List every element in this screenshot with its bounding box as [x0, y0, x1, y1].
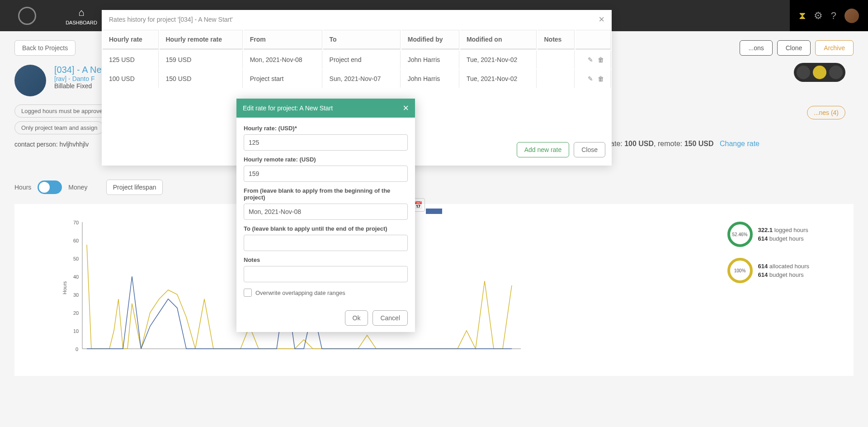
archive-button[interactable]: Archive — [815, 40, 854, 56]
tag-team: Only project team and assign — [14, 121, 104, 134]
col-actions — [576, 30, 611, 50]
svg-text:60: 60 — [73, 238, 79, 243]
stats-panel: 52.46% 322.1 logged hours 614 budget hou… — [727, 222, 809, 283]
svg-text:0: 0 — [75, 346, 78, 352]
stat-logged: 52.46% 322.1 logged hours 614 budget hou… — [727, 222, 809, 247]
to-date-input[interactable] — [244, 235, 408, 251]
back-to-projects-button[interactable]: Back to Projects — [14, 40, 75, 56]
edit-dialog-title: Edit rate for project: A New Start — [243, 104, 333, 112]
edit-dialog-footer: Ok Cancel — [236, 304, 415, 332]
col-notes: Notes — [538, 30, 574, 50]
from-date-input[interactable] — [244, 204, 408, 220]
col-to: To — [323, 30, 401, 50]
svg-text:20: 20 — [73, 310, 79, 316]
lifespan-dropdown[interactable]: Project lifespan — [106, 180, 163, 195]
col-hourly-rate: Hourly rate — [103, 30, 159, 50]
tag-approval: Logged hours must be approved — [14, 104, 113, 118]
cancel-button[interactable]: Cancel — [373, 310, 408, 326]
overwrite-checkbox[interactable] — [244, 289, 252, 297]
settings-icon[interactable]: ⚙ — [814, 10, 823, 22]
legend-logged-box — [426, 209, 442, 214]
close-icon[interactable]: × — [403, 102, 409, 114]
traffic-red[interactable] — [829, 66, 843, 79]
nav-right: ⧗ ⚙ ? — [790, 0, 868, 31]
action-buttons: ...ons Clone Archive — [740, 40, 854, 56]
edit-dialog-body: Hourly rate: (USD)* Hourly remote rate: … — [236, 118, 415, 304]
edit-icon[interactable]: ✎ — [588, 56, 593, 63]
delete-icon[interactable]: 🗑 — [598, 56, 604, 63]
hourly-rate-input[interactable] — [244, 134, 408, 151]
remote-rate-input[interactable] — [244, 166, 408, 182]
help-icon[interactable]: ? — [831, 10, 836, 22]
ok-button[interactable]: Ok — [345, 310, 368, 326]
table-row: 125 USD 159 USD Mon, 2021-Nov-08 Project… — [103, 51, 611, 69]
label-hourly-rate: Hourly rate: (USD)* — [244, 125, 408, 132]
close-icon[interactable]: × — [599, 14, 604, 25]
hours-money-toggle-row: Hours Money Project lifespan — [14, 180, 854, 195]
table-row: 100 USD 150 USD Project start Sun, 2021-… — [103, 70, 611, 88]
svg-text:10: 10 — [73, 328, 79, 334]
traffic-light — [794, 63, 845, 82]
delete-icon[interactable]: 🗑 — [598, 75, 604, 82]
change-rate-link[interactable]: Change rate — [720, 140, 760, 147]
logo-icon — [18, 7, 36, 25]
overwrite-label: Overwrite overlapping date ranges — [255, 289, 345, 296]
nav-label: DASHBOARD — [66, 20, 97, 25]
col-remote-rate: Hourly remote rate — [160, 30, 243, 50]
toggle-money-label: Money — [68, 184, 87, 191]
toggle-hours-label: Hours — [14, 184, 31, 191]
svg-text:30: 30 — [73, 292, 79, 298]
gauge-icon: ⌂ — [75, 6, 88, 19]
chart-legend — [14, 204, 854, 218]
clone-button[interactable]: Clone — [777, 40, 811, 56]
close-button[interactable]: Close — [574, 142, 605, 157]
ring-logged: 52.46% — [727, 222, 753, 247]
label-remote-rate: Hourly remote rate: (USD) — [244, 156, 408, 163]
notes-input[interactable] — [244, 266, 408, 282]
hours-money-toggle[interactable] — [38, 180, 62, 194]
stat-allocated-text: 614 allocated hours 614 budget hours — [758, 262, 809, 280]
add-new-rate-button[interactable]: Add new rate — [517, 142, 570, 157]
user-avatar[interactable] — [844, 9, 859, 23]
hourglass-icon[interactable]: ⧗ — [799, 10, 806, 22]
svg-text:40: 40 — [73, 274, 79, 280]
svg-text:70: 70 — [73, 220, 79, 225]
edit-rate-dialog: Edit rate for project: A New Start × Hou… — [236, 99, 415, 332]
col-from: From — [244, 30, 322, 50]
svg-text:Hours: Hours — [62, 281, 67, 294]
nav-dashboard[interactable]: ⌂ DASHBOARD — [54, 0, 108, 31]
stat-logged-text: 322.1 logged hours 614 budget hours — [758, 226, 808, 243]
edit-icon[interactable]: ✎ — [588, 75, 593, 82]
col-modified-on: Modified on — [460, 30, 537, 50]
col-modified-by: Modified by — [401, 30, 459, 50]
rates-modal-header: Rates history for project '[034] - A New… — [102, 10, 612, 29]
svg-text:50: 50 — [73, 256, 79, 261]
milestones-link[interactable]: ...nes (4) — [807, 106, 845, 119]
stat-allocated: 100% 614 allocated hours 614 budget hour… — [727, 258, 809, 283]
app-logo — [0, 7, 54, 25]
rates-modal-title: Rates history for project '[034] - A New… — [109, 16, 233, 23]
traffic-yellow[interactable] — [813, 66, 826, 79]
traffic-green[interactable] — [797, 66, 810, 79]
label-from: From (leave blank to apply from the begi… — [244, 187, 408, 201]
label-notes: Notes — [244, 256, 408, 263]
overwrite-checkbox-row: Overwrite overlapping date ranges — [244, 289, 408, 297]
rates-table: Hourly rate Hourly remote rate From To M… — [102, 29, 612, 89]
project-avatar — [14, 65, 46, 96]
label-to: To (leave blank to apply until the end o… — [244, 225, 408, 232]
ring-allocated: 100% — [727, 258, 753, 283]
edit-dialog-header: Edit rate for project: A New Start × — [236, 99, 415, 118]
options-button[interactable]: ...ons — [740, 40, 772, 56]
